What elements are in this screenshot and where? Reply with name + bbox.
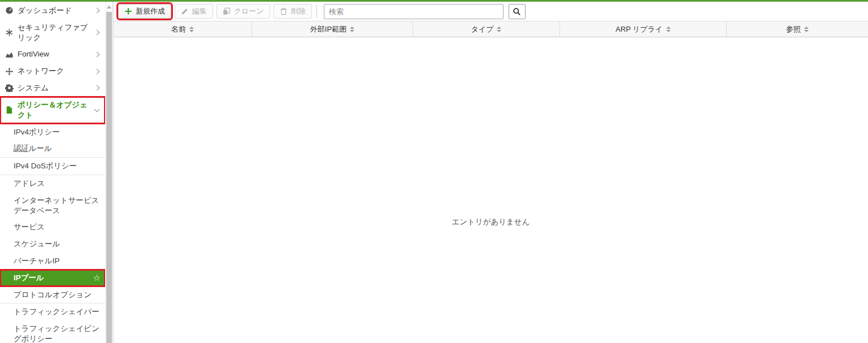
main-layout: ダッシュボードセキュリティファブリックFortiViewネットワークシステムポリ… <box>0 2 868 343</box>
sidebar-item-label: ポリシー＆オブジェクト <box>18 100 91 120</box>
gauge-icon <box>5 6 14 15</box>
sidebar-item-label: IPプール <box>14 273 89 283</box>
sort-icon <box>497 27 501 32</box>
sidebar-item-internet-service-database[interactable]: インターネットサービスデータベース <box>0 192 105 219</box>
sidebar-item-label: セキュリティファブリック <box>18 23 91 43</box>
sidebar-item-label: トラフィックシェイパー <box>14 307 101 317</box>
chevron-right-icon <box>94 68 100 74</box>
sidebar-item-ipv4-policy[interactable]: IPv4ポリシー <box>0 124 105 141</box>
policy-icon <box>5 106 14 115</box>
sidebar-item-auth-rules[interactable]: 認証ルール <box>0 140 105 157</box>
toolbar-button-label: 編集 <box>192 6 207 16</box>
toolbar-separator <box>316 5 317 18</box>
content-area: 新規作成編集クローン削除 名前外部IP範囲タイプARP リプライ参照 エントリが… <box>113 2 868 343</box>
sort-icon <box>804 27 809 32</box>
column-header-external-ip-range[interactable]: 外部IP範囲 <box>252 21 413 37</box>
gear-icon <box>5 84 14 93</box>
sidebar-item-label: バーチャルIP <box>14 256 101 266</box>
sidebar-item-schedules[interactable]: スケジュール <box>0 236 105 253</box>
sidebar-item-label: トラフィックシェイピングポリシー <box>14 324 101 343</box>
network-icon <box>5 67 14 76</box>
toolbar-button-label: クローン <box>234 6 264 16</box>
search-icon <box>513 7 521 16</box>
table-header-row: 名前外部IP範囲タイプARP リプライ参照 <box>114 21 868 37</box>
sidebar-item-system[interactable]: システム <box>0 80 105 97</box>
search-input[interactable] <box>324 4 504 19</box>
chevron-right-icon <box>94 85 100 91</box>
sidebar-scrollbar-thumb[interactable] <box>106 12 112 343</box>
sidebar-scrollbar[interactable] <box>105 2 113 343</box>
edit-button[interactable]: 編集 <box>175 4 213 19</box>
sidebar-item-traffic-shaping-policy[interactable]: トラフィックシェイピングポリシー <box>0 320 105 343</box>
toolbar-button-label: 削除 <box>291 6 306 16</box>
sidebar-item-policy-objects[interactable]: ポリシー＆オブジェクト <box>0 97 105 124</box>
delete-button[interactable]: 削除 <box>274 4 312 19</box>
sidebar-item-security-fabric[interactable]: セキュリティファブリック <box>0 19 105 46</box>
search-button[interactable] <box>509 4 526 19</box>
sidebar-item-label: IPv4ポリシー <box>14 127 101 137</box>
fortiview-icon <box>5 50 14 59</box>
sidebar-item-network[interactable]: ネットワーク <box>0 63 105 80</box>
sidebar-item-addresses[interactable]: アドレス <box>0 175 105 192</box>
scroll-up-icon[interactable] <box>106 3 112 10</box>
column-header-label: 参照 <box>786 24 801 34</box>
toolbar-button-label: 新規作成 <box>136 6 165 16</box>
sort-icon <box>666 27 671 32</box>
chevron-right-icon <box>94 51 100 57</box>
empty-table-message: エントリがありません <box>114 37 868 227</box>
clone-icon <box>223 7 231 15</box>
column-header-name[interactable]: 名前 <box>114 21 252 37</box>
chevron-down-icon <box>94 106 100 112</box>
table-body: エントリがありません <box>114 37 868 343</box>
sidebar-item-label: インターネットサービスデータベース <box>14 196 101 216</box>
sidebar-item-ip-pool[interactable]: IPプール☆ <box>0 270 105 286</box>
column-header-label: 外部IP範囲 <box>310 24 346 34</box>
sidebar-item-label: IPv4 DoSポリシー <box>14 161 101 171</box>
sidebar-item-label: ネットワーク <box>18 66 91 76</box>
column-header-arp-reply[interactable]: ARP リプライ <box>560 21 727 37</box>
sidebar-item-label: FortiView <box>18 49 91 59</box>
clone-button[interactable]: クローン <box>216 4 270 19</box>
sidebar-item-fortiview[interactable]: FortiView <box>0 46 105 63</box>
sidebar: ダッシュボードセキュリティファブリックFortiViewネットワークシステムポリ… <box>0 2 105 343</box>
create-new-button[interactable]: 新規作成 <box>118 4 171 19</box>
sidebar-item-virtual-ip[interactable]: バーチャルIP <box>0 253 105 270</box>
fabric-icon <box>5 28 14 37</box>
sidebar-item-label: プロトコルオプション <box>14 290 101 300</box>
plus-icon <box>124 7 132 15</box>
sidebar-item-traffic-shaper[interactable]: トラフィックシェイパー <box>0 303 105 320</box>
sidebar-item-label: アドレス <box>14 179 101 189</box>
sidebar-item-label: 認証ルール <box>14 144 101 154</box>
sidebar-item-label: スケジュール <box>14 239 101 249</box>
sidebar-item-protocol-options[interactable]: プロトコルオプション <box>0 286 105 303</box>
column-header-label: ARP リプライ <box>615 24 662 34</box>
trash-icon <box>280 7 288 15</box>
sidebar-item-ipv4-dos-policy[interactable]: IPv4 DoSポリシー <box>0 157 105 175</box>
sidebar-item-label: サービス <box>14 222 101 232</box>
pencil-icon <box>181 7 189 15</box>
column-header-type[interactable]: タイプ <box>413 21 560 37</box>
sort-icon <box>189 27 194 32</box>
sidebar-item-label: システム <box>18 83 91 93</box>
column-header-label: タイプ <box>471 24 494 34</box>
chevron-right-icon <box>94 30 100 36</box>
column-header-label: 名前 <box>171 24 186 34</box>
column-header-references[interactable]: 参照 <box>727 21 868 37</box>
sidebar-item-services[interactable]: サービス <box>0 219 105 236</box>
sidebar-item-label: ダッシュボード <box>18 6 91 16</box>
toolbar: 新規作成編集クローン削除 <box>114 2 868 21</box>
sort-icon <box>350 27 354 32</box>
sidebar-item-dashboard[interactable]: ダッシュボード <box>0 2 105 19</box>
favorite-star-icon: ☆ <box>93 273 101 282</box>
chevron-right-icon <box>94 8 100 14</box>
